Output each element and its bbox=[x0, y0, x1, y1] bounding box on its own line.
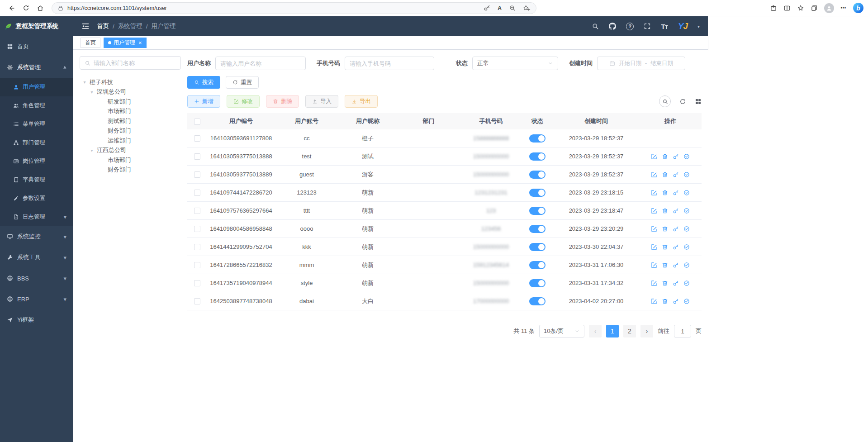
row-checkbox[interactable] bbox=[194, 280, 200, 286]
header-search-icon[interactable] bbox=[592, 23, 599, 30]
sidebar-item-dict-management[interactable]: 字典管理 bbox=[0, 171, 73, 189]
column-settings-icon[interactable] bbox=[695, 98, 702, 105]
delete-icon[interactable] bbox=[662, 153, 668, 160]
url-text[interactable]: https://ccnetcore.com:1101/system/user bbox=[67, 5, 480, 11]
status-toggle[interactable] bbox=[529, 171, 545, 179]
edit-icon[interactable] bbox=[651, 262, 657, 268]
date-range-picker[interactable]: 开始日期 - 结束日期 bbox=[597, 57, 685, 70]
add-button[interactable]: 新增 bbox=[187, 95, 220, 108]
export-button[interactable]: 导出 bbox=[345, 95, 378, 108]
sidebar-item-home[interactable]: 首页 bbox=[0, 36, 73, 57]
status-toggle[interactable] bbox=[529, 279, 545, 287]
sidebar-item-param-settings[interactable]: 参数设置 bbox=[0, 189, 73, 208]
tree-node-dept[interactable]: 市场部门 bbox=[80, 155, 181, 165]
edit-icon[interactable] bbox=[651, 153, 657, 160]
status-toggle[interactable] bbox=[529, 207, 545, 215]
status-select[interactable]: 正常 bbox=[472, 57, 558, 70]
row-checkbox[interactable] bbox=[194, 190, 200, 196]
reset-password-icon[interactable] bbox=[673, 280, 679, 286]
edit-icon[interactable] bbox=[651, 298, 657, 304]
edit-icon[interactable] bbox=[651, 190, 657, 196]
collections-icon[interactable] bbox=[811, 5, 818, 12]
tree-node-dept[interactable]: 研发部门 bbox=[80, 97, 181, 107]
delete-icon[interactable] bbox=[662, 262, 668, 268]
edit-button[interactable]: 修改 bbox=[227, 95, 260, 108]
edit-icon[interactable] bbox=[651, 280, 657, 286]
profile-avatar[interactable] bbox=[824, 3, 834, 13]
edit-icon[interactable] bbox=[651, 171, 657, 178]
browser-menu-icon[interactable]: ⋯ bbox=[840, 5, 847, 11]
tree-node-dept[interactable]: 市场部门 bbox=[80, 107, 181, 117]
row-checkbox[interactable] bbox=[194, 262, 200, 268]
tree-node-dept[interactable]: 运维部门 bbox=[80, 136, 181, 146]
address-bar[interactable]: https://ccnetcore.com:1101/system/user A bbox=[52, 2, 536, 14]
edit-icon[interactable] bbox=[651, 244, 657, 250]
reset-password-icon[interactable] bbox=[673, 298, 679, 304]
sidebar-item-yi-framework[interactable]: Yi框架 bbox=[0, 309, 73, 330]
assign-role-icon[interactable] bbox=[683, 153, 690, 160]
page-2-button[interactable]: 2 bbox=[623, 325, 636, 337]
password-key-icon[interactable] bbox=[484, 5, 490, 11]
tree-node-branch[interactable]: ▾深圳总公司 bbox=[80, 87, 181, 97]
tree-node-dept[interactable]: 财务部门 bbox=[80, 165, 181, 175]
favorites-icon[interactable] bbox=[797, 5, 804, 12]
refresh-table-icon[interactable] bbox=[679, 98, 686, 105]
sidebar-item-bbs[interactable]: BBS ▾ bbox=[0, 268, 73, 289]
tree-expand-icon[interactable]: ▾ bbox=[90, 148, 94, 153]
reset-password-icon[interactable] bbox=[673, 244, 679, 250]
font-size-icon[interactable]: TT bbox=[661, 23, 668, 30]
phone-input[interactable] bbox=[350, 60, 429, 67]
page-1-button[interactable]: 1 bbox=[606, 325, 619, 337]
delete-icon[interactable] bbox=[662, 298, 668, 304]
import-button[interactable]: 导入 bbox=[305, 95, 338, 108]
row-checkbox[interactable] bbox=[194, 208, 200, 214]
sidebar-item-erp[interactable]: ERP ▾ bbox=[0, 289, 73, 309]
help-icon[interactable]: ? bbox=[626, 23, 634, 30]
tab-home[interactable]: 首页 bbox=[81, 38, 100, 48]
github-icon[interactable] bbox=[609, 23, 616, 30]
row-checkbox[interactable] bbox=[194, 135, 200, 142]
edit-icon[interactable] bbox=[651, 226, 657, 232]
sidebar-toggle-icon[interactable] bbox=[81, 22, 90, 30]
status-toggle[interactable] bbox=[529, 152, 545, 161]
zoom-out-icon[interactable] bbox=[509, 5, 516, 11]
page-size-select[interactable]: 10条/页 bbox=[539, 325, 584, 337]
status-toggle[interactable] bbox=[529, 134, 545, 143]
read-aloud-icon[interactable]: A bbox=[498, 5, 502, 11]
sidebar-item-menu-management[interactable]: 菜单管理 bbox=[0, 115, 73, 133]
assign-role-icon[interactable] bbox=[683, 280, 690, 286]
browser-home-button[interactable] bbox=[33, 2, 47, 14]
assign-role-icon[interactable] bbox=[683, 190, 690, 196]
delete-icon[interactable] bbox=[662, 190, 668, 196]
row-checkbox[interactable] bbox=[194, 153, 200, 160]
delete-icon[interactable] bbox=[662, 280, 668, 286]
dept-search-input[interactable] bbox=[94, 60, 176, 67]
row-checkbox[interactable] bbox=[194, 226, 200, 232]
back-button[interactable] bbox=[5, 2, 18, 14]
avatar-caret-icon[interactable]: ▾ bbox=[697, 24, 700, 29]
sidebar-item-user-management[interactable]: 用户管理 bbox=[0, 78, 73, 96]
delete-icon[interactable] bbox=[662, 171, 668, 178]
tree-expand-icon[interactable]: ▾ bbox=[90, 90, 94, 95]
toggle-search-button[interactable] bbox=[659, 95, 671, 107]
row-checkbox[interactable] bbox=[194, 171, 200, 178]
delete-icon[interactable] bbox=[662, 226, 668, 232]
assign-role-icon[interactable] bbox=[683, 262, 690, 268]
prev-page-button[interactable]: ‹ bbox=[589, 325, 602, 337]
reset-password-icon[interactable] bbox=[673, 153, 679, 160]
assign-role-icon[interactable] bbox=[683, 226, 690, 232]
status-toggle[interactable] bbox=[529, 243, 545, 251]
goto-page-input[interactable] bbox=[674, 325, 691, 337]
fullscreen-icon[interactable] bbox=[644, 23, 651, 30]
row-checkbox[interactable] bbox=[194, 298, 200, 304]
sidebar-item-role-management[interactable]: 角色管理 bbox=[0, 96, 73, 115]
reset-password-icon[interactable] bbox=[673, 226, 679, 232]
tree-node-company[interactable]: ▾橙子科技 bbox=[80, 77, 181, 87]
breadcrumb-home[interactable]: 首页 bbox=[97, 22, 109, 30]
select-all-checkbox[interactable] bbox=[194, 119, 200, 125]
browser-refresh-button[interactable] bbox=[19, 2, 33, 14]
close-tab-icon[interactable]: × bbox=[138, 40, 142, 46]
edit-icon[interactable] bbox=[651, 208, 657, 214]
reset-button[interactable]: 重置 bbox=[226, 76, 259, 89]
status-toggle[interactable] bbox=[529, 261, 545, 269]
